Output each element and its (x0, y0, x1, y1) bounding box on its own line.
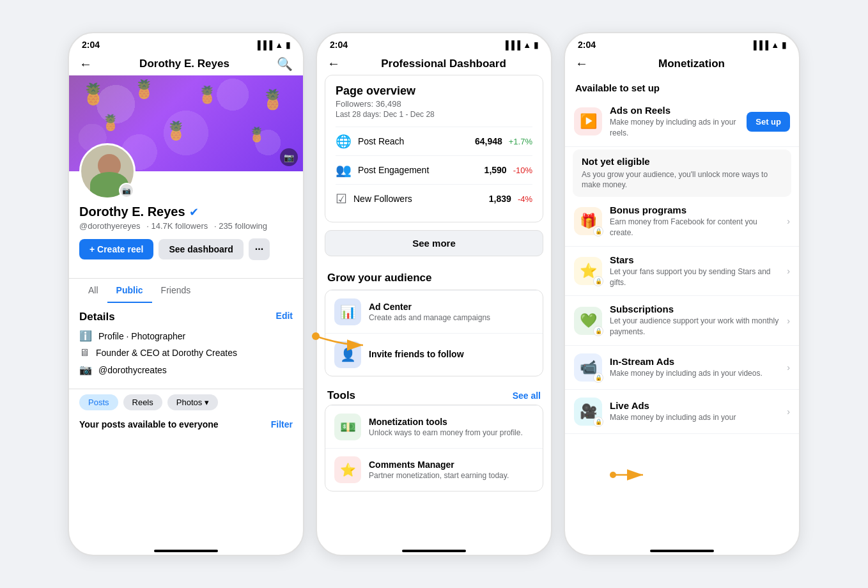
stars-icon-wrap: ⭐ 🔒 (574, 257, 602, 285)
profile-name-row: Dorothy E. Reyes ✔ (79, 205, 293, 219)
live-ads-row[interactable]: 🎥 🔒 Live Ads Make money by including ads… (565, 390, 799, 434)
signal-icon-3: ▐▐▐ (750, 40, 768, 50)
bonus-chevron: › (787, 216, 790, 226)
tab-all[interactable]: All (79, 279, 107, 303)
ad-center-icon: 📊 (340, 304, 356, 320)
tab-friends[interactable]: Friends (152, 279, 200, 303)
page-overview-section: Page overview Followers: 36,498 Last 28 … (325, 75, 543, 222)
subscriptions-name: Subscriptions (610, 304, 779, 314)
cover-camera-icon[interactable]: 📷 (280, 148, 298, 166)
details-header: Details Edit (79, 311, 293, 323)
tab-public[interactable]: Public (107, 279, 152, 303)
monetization-desc: Unlock ways to earn money from your prof… (369, 428, 534, 437)
followers-stat-value: 1,839 (489, 194, 511, 204)
monetization-nav: ← Monetization (565, 52, 799, 75)
po-title: Page overview (336, 84, 532, 98)
subscriptions-icon-wrap: 💚 🔒 (574, 307, 602, 335)
po-date: Last 28 days: Dec 1 - Dec 28 (336, 110, 532, 119)
instream-desc: Make money by including ads in your vide… (610, 368, 779, 379)
back-icon-3[interactable]: ← (575, 56, 588, 71)
ad-center-desc: Create ads and manage campaigns (369, 313, 534, 322)
available-section-title: Available to set up (575, 82, 789, 93)
profile-nav-title: Dorothy E. Reyes (92, 58, 277, 70)
setup-button[interactable]: Set up (747, 112, 790, 132)
monetization-title: Monetization (594, 58, 789, 70)
back-icon-2[interactable]: ← (327, 56, 340, 71)
pineapple-2: 🍍 (133, 79, 155, 100)
available-items: ▶️ Ads on Reels Make money by including … (565, 97, 799, 147)
not-eligible-title: Not yet eligible (582, 156, 782, 167)
search-icon-1[interactable]: 🔍 (277, 56, 293, 72)
stars-text: Stars Let your fans support you by sendi… (610, 254, 779, 288)
stars-desc: Let your fans support you by sending Sta… (610, 267, 779, 288)
create-reel-button[interactable]: + Create reel (79, 239, 153, 259)
pineapple-6: 🍍 (261, 88, 284, 111)
reach-icon: 🌐 (336, 134, 352, 149)
monetization-text: Monetization tools Unlock ways to earn m… (369, 417, 534, 437)
instream-text: In-Stream Ads Make money by including ad… (610, 356, 779, 379)
ad-center-icon-wrap: 📊 (334, 298, 361, 325)
ad-center-row[interactable]: 📊 Ad Center Create ads and manage campai… (325, 290, 543, 333)
home-bar-2 (402, 550, 466, 552)
action-buttons: + Create reel See dashboard ··· (79, 238, 293, 260)
dashboard-screen: 2:04 ▐▐▐ ▲ ▮ ← Professional Dashboard Pa… (316, 32, 552, 556)
comments-desc: Partner monetization, start earning toda… (369, 471, 534, 480)
status-icons-2: ▐▐▐ ▲ ▮ (502, 40, 538, 50)
ads-on-reels-row[interactable]: ▶️ Ads on Reels Make money by including … (565, 97, 799, 147)
profile-section: 📷 Dorothy E. Reyes ✔ @dorothyereyes · 14… (69, 171, 303, 278)
bonus-name: Bonus programs (610, 205, 779, 215)
profile-tabs: All Public Friends (69, 278, 303, 303)
see-more-button[interactable]: See more (325, 230, 543, 256)
avatar-wrapper: 📷 (79, 143, 136, 199)
stars-name: Stars (610, 254, 779, 265)
subscriptions-row[interactable]: 💚 🔒 Subscriptions Let your audience supp… (565, 296, 799, 346)
battery-icon-3: ▮ (782, 40, 786, 50)
details-title: Details (79, 311, 115, 323)
instream-icon: 📹 (580, 359, 597, 376)
detail-row-photographer: ℹ️ Profile · Photographer (79, 330, 293, 342)
bonus-programs-row[interactable]: 🎁 🔒 Bonus programs Earn money from Faceb… (565, 197, 799, 247)
comments-manager-row[interactable]: ⭐ Comments Manager Partner monetization,… (325, 448, 543, 491)
detail-text-ceo: Founder & CEO at Dorothy Creates (96, 348, 237, 358)
stars-chevron: › (787, 266, 790, 276)
comments-icon: ⭐ (340, 462, 356, 477)
tools-section: Tools See all 💵 Monetization tools Unloc… (317, 384, 551, 499)
stars-row[interactable]: ⭐ 🔒 Stars Let your fans support you by s… (565, 247, 799, 297)
instream-ads-row[interactable]: 📹 🔒 In-Stream Ads Make money by includin… (565, 346, 799, 390)
signal-icon-2: ▐▐▐ (502, 40, 520, 50)
invite-friends-row[interactable]: 👤 Invite friends to follow (325, 333, 543, 376)
lock-badge-1: 🔒 (593, 226, 603, 236)
live-ads-desc: Make money by including ads in your (610, 412, 779, 423)
detail-text-photographer: Profile · Photographer (98, 331, 185, 341)
content-tab-reels[interactable]: Reels (123, 394, 162, 410)
edit-button[interactable]: Edit (276, 311, 293, 323)
lock-badge-5: 🔒 (593, 417, 603, 427)
monetization-tools-row[interactable]: 💵 Monetization tools Unlock ways to earn… (325, 405, 543, 448)
see-dashboard-button[interactable]: See dashboard (159, 239, 243, 259)
bonus-text: Bonus programs Earn money from Facebook … (610, 205, 779, 238)
reach-value: 64,948 (475, 136, 502, 146)
content-tab-posts[interactable]: Posts (79, 394, 118, 410)
profile-followers: 14.7K followers (151, 221, 208, 231)
live-ads-icon: 🎥 (580, 403, 597, 420)
followers-change: -4% (518, 194, 532, 204)
filter-button[interactable]: Filter (271, 419, 293, 429)
content-tab-photos[interactable]: Photos ▾ (167, 394, 218, 410)
reach-label: Post Reach (358, 136, 475, 146)
lock-badge-4: 🔒 (593, 373, 603, 383)
followers-icon: ☑ (336, 191, 347, 206)
more-button[interactable]: ··· (249, 238, 270, 260)
not-eligible-box: Not yet eligible As you grow your audien… (573, 150, 791, 197)
time-2: 2:04 (330, 40, 348, 50)
grow-audience-card: 📊 Ad Center Create ads and manage campai… (325, 290, 543, 376)
monetization-screen: 2:04 ▐▐▐ ▲ ▮ ← Monetization Available to… (564, 32, 800, 556)
see-all-button[interactable]: See all (513, 391, 541, 401)
not-eligible-desc: As you grow your audience, you'll unlock… (582, 169, 782, 191)
content-tabs: Posts Reels Photos ▾ (69, 389, 303, 413)
back-icon-1[interactable]: ← (79, 57, 92, 72)
avatar-camera-icon[interactable]: 📷 (119, 183, 134, 198)
engagement-value: 1,590 (484, 165, 507, 175)
ads-reels-icon: ▶️ (580, 113, 597, 130)
detail-row-ceo: 🖥 Founder & CEO at Dorothy Creates (79, 347, 293, 359)
profile-handle: @dorothyereyes (79, 221, 141, 231)
